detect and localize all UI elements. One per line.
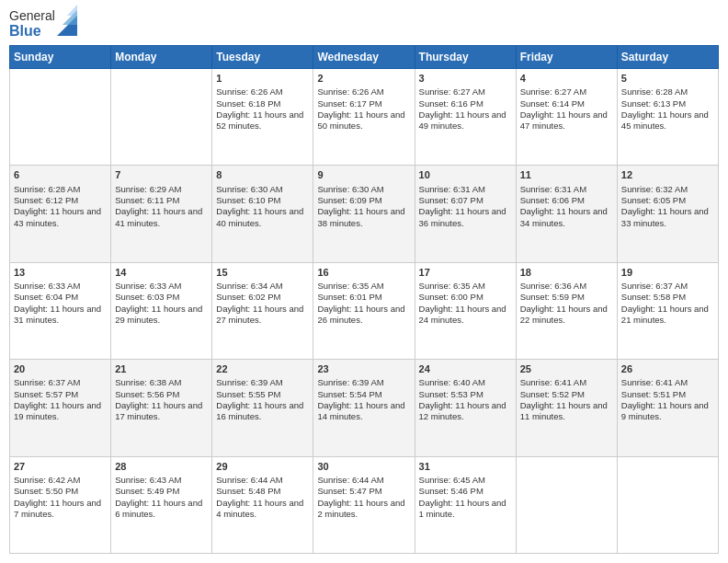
day-number: 28: [115, 460, 208, 473]
sunset-text: Sunset: 6:12 PM: [14, 195, 78, 205]
day-number: 21: [115, 362, 208, 375]
day-number: 23: [317, 362, 410, 375]
daylight-text: Daylight: 11 hours and 38 minutes.: [317, 206, 404, 227]
sunset-text: Sunset: 5:54 PM: [317, 389, 381, 399]
sunset-text: Sunset: 5:47 PM: [317, 486, 381, 496]
day-number: 10: [419, 168, 512, 181]
calendar-header-row: SundayMondayTuesdayWednesdayThursdayFrid…: [10, 45, 719, 68]
calendar-cell: 15Sunrise: 6:34 AMSunset: 6:02 PMDayligh…: [212, 262, 313, 359]
sunrise-text: Sunrise: 6:45 AM: [419, 475, 485, 485]
day-number: 30: [317, 460, 410, 473]
daylight-text: Daylight: 11 hours and 6 minutes.: [115, 498, 202, 519]
day-number: 24: [419, 362, 512, 375]
day-number: 7: [115, 168, 208, 181]
sunset-text: Sunset: 6:16 PM: [419, 98, 483, 109]
sunrise-text: Sunrise: 6:30 AM: [317, 184, 383, 194]
calendar-week-row: 20Sunrise: 6:37 AMSunset: 5:57 PMDayligh…: [10, 360, 719, 456]
sunset-text: Sunset: 5:52 PM: [520, 389, 585, 399]
sunset-text: Sunset: 6:00 PM: [419, 292, 483, 302]
logo-text-block: General Blue: [9, 9, 55, 40]
sunset-text: Sunset: 6:09 PM: [317, 195, 381, 205]
calendar-cell: 26Sunrise: 6:41 AMSunset: 5:51 PMDayligh…: [617, 360, 718, 456]
calendar-week-row: 6Sunrise: 6:28 AMSunset: 6:12 PMDaylight…: [10, 166, 719, 262]
calendar-cell: 6Sunrise: 6:28 AMSunset: 6:12 PMDaylight…: [10, 166, 111, 262]
day-number: 29: [216, 460, 309, 473]
daylight-text: Daylight: 11 hours and 9 minutes.: [621, 400, 709, 421]
daylight-text: Daylight: 11 hours and 17 minutes.: [115, 400, 202, 421]
sunrise-text: Sunrise: 6:33 AM: [115, 281, 181, 291]
logo-blue: Blue: [9, 23, 55, 40]
calendar-cell: 19Sunrise: 6:37 AMSunset: 5:58 PMDayligh…: [617, 262, 718, 359]
sunrise-text: Sunrise: 6:41 AM: [621, 377, 688, 387]
sunrise-text: Sunrise: 6:35 AM: [317, 281, 383, 291]
sunrise-text: Sunrise: 6:43 AM: [115, 475, 181, 485]
calendar-cell: 8Sunrise: 6:30 AMSunset: 6:10 PMDaylight…: [212, 166, 313, 262]
day-number: 14: [115, 266, 208, 279]
sunset-text: Sunset: 5:57 PM: [14, 389, 78, 399]
sunrise-text: Sunrise: 6:33 AM: [14, 281, 80, 291]
weekday-header: Wednesday: [313, 45, 415, 68]
sunrise-text: Sunrise: 6:27 AM: [419, 86, 485, 97]
daylight-text: Daylight: 11 hours and 26 minutes.: [317, 304, 404, 325]
sunset-text: Sunset: 6:11 PM: [115, 195, 179, 205]
day-number: 1: [216, 72, 309, 85]
sunset-text: Sunset: 6:18 PM: [216, 98, 280, 109]
calendar-cell: 25Sunrise: 6:41 AMSunset: 5:52 PMDayligh…: [516, 360, 617, 456]
sunrise-text: Sunrise: 6:31 AM: [520, 184, 586, 194]
sunrise-text: Sunrise: 6:28 AM: [621, 86, 688, 97]
sunrise-text: Sunrise: 6:29 AM: [115, 184, 181, 194]
day-number: 17: [419, 266, 512, 279]
sunrise-text: Sunrise: 6:37 AM: [621, 281, 688, 291]
logo-arrow-icon: [57, 5, 77, 36]
calendar-cell: 18Sunrise: 6:36 AMSunset: 5:59 PMDayligh…: [516, 262, 617, 359]
daylight-text: Daylight: 11 hours and 24 minutes.: [419, 304, 506, 325]
sunrise-text: Sunrise: 6:39 AM: [317, 377, 383, 387]
sunset-text: Sunset: 6:01 PM: [317, 292, 381, 302]
sunrise-text: Sunrise: 6:36 AM: [520, 281, 586, 291]
day-number: 31: [419, 460, 512, 473]
calendar-cell: 31Sunrise: 6:45 AMSunset: 5:46 PMDayligh…: [415, 456, 516, 553]
calendar-week-row: 27Sunrise: 6:42 AMSunset: 5:50 PMDayligh…: [10, 456, 719, 553]
calendar-cell: 20Sunrise: 6:37 AMSunset: 5:57 PMDayligh…: [10, 360, 111, 456]
sunrise-text: Sunrise: 6:27 AM: [520, 86, 586, 97]
weekday-header: Saturday: [617, 45, 718, 68]
sunset-text: Sunset: 6:06 PM: [520, 195, 585, 205]
day-number: 12: [621, 168, 714, 181]
sunrise-text: Sunrise: 6:35 AM: [419, 281, 485, 291]
day-number: 4: [520, 72, 613, 85]
calendar-cell: 4Sunrise: 6:27 AMSunset: 6:14 PMDaylight…: [516, 68, 617, 165]
daylight-text: Daylight: 11 hours and 50 minutes.: [317, 109, 404, 131]
calendar-cell: [617, 456, 718, 553]
sunset-text: Sunset: 5:58 PM: [621, 292, 686, 302]
calendar-cell: 10Sunrise: 6:31 AMSunset: 6:07 PMDayligh…: [415, 166, 516, 262]
calendar-cell: 13Sunrise: 6:33 AMSunset: 6:04 PMDayligh…: [10, 262, 111, 359]
day-number: 6: [14, 168, 107, 181]
daylight-text: Daylight: 11 hours and 14 minutes.: [317, 400, 404, 421]
sunset-text: Sunset: 5:50 PM: [14, 486, 78, 496]
daylight-text: Daylight: 11 hours and 29 minutes.: [115, 304, 202, 325]
calendar-cell: 30Sunrise: 6:44 AMSunset: 5:47 PMDayligh…: [313, 456, 415, 553]
calendar-cell: [111, 68, 212, 165]
day-number: 5: [621, 72, 714, 85]
day-number: 27: [14, 460, 107, 473]
daylight-text: Daylight: 11 hours and 1 minute.: [419, 498, 506, 519]
calendar-cell: 27Sunrise: 6:42 AMSunset: 5:50 PMDayligh…: [10, 456, 111, 553]
sunset-text: Sunset: 6:13 PM: [621, 98, 686, 109]
daylight-text: Daylight: 11 hours and 52 minutes.: [216, 109, 303, 131]
sunrise-text: Sunrise: 6:42 AM: [14, 475, 80, 485]
day-number: 15: [216, 266, 309, 279]
day-number: 13: [14, 266, 107, 279]
logo: General Blue: [9, 9, 77, 40]
calendar-cell: 22Sunrise: 6:39 AMSunset: 5:55 PMDayligh…: [212, 360, 313, 456]
sunrise-text: Sunrise: 6:32 AM: [621, 184, 688, 194]
calendar-cell: 2Sunrise: 6:26 AMSunset: 6:17 PMDaylight…: [313, 68, 415, 165]
calendar-cell: 17Sunrise: 6:35 AMSunset: 6:00 PMDayligh…: [415, 262, 516, 359]
day-number: 16: [317, 266, 410, 279]
weekday-header: Thursday: [415, 45, 516, 68]
sunset-text: Sunset: 5:53 PM: [419, 389, 483, 399]
calendar-cell: 23Sunrise: 6:39 AMSunset: 5:54 PMDayligh…: [313, 360, 415, 456]
day-number: 18: [520, 266, 613, 279]
calendar-cell: 7Sunrise: 6:29 AMSunset: 6:11 PMDaylight…: [111, 166, 212, 262]
calendar-cell: 9Sunrise: 6:30 AMSunset: 6:09 PMDaylight…: [313, 166, 415, 262]
day-number: 2: [317, 72, 410, 85]
